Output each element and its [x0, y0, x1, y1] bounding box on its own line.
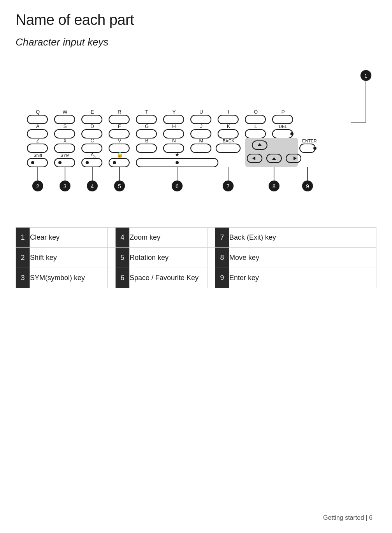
table-row: 1 Clear key 4 Zoom key 7 Back (Exit) key	[16, 228, 376, 248]
svg-rect-54	[136, 144, 156, 153]
svg-text:Q: Q	[36, 109, 40, 115]
svg-text:ENTER: ENTER	[302, 139, 316, 143]
svg-text:6: 6	[176, 183, 179, 189]
key-label-2: Shift key	[30, 248, 108, 268]
key-label-6: Space / Favourite Key	[130, 268, 207, 288]
key-table: 1 Clear key 4 Zoom key 7 Back (Exit) key…	[16, 227, 376, 288]
svg-rect-31	[109, 130, 129, 138]
svg-rect-56	[163, 144, 184, 153]
svg-rect-37	[191, 130, 211, 138]
svg-text:H: H	[172, 123, 176, 129]
svg-rect-78	[109, 158, 129, 167]
svg-rect-11	[109, 115, 129, 124]
svg-rect-17	[191, 115, 211, 124]
svg-rect-41	[245, 130, 265, 138]
svg-text:V: V	[118, 138, 121, 144]
svg-rect-33	[136, 130, 156, 138]
svg-rect-43	[272, 130, 293, 138]
svg-text:9: 9	[306, 183, 309, 189]
svg-rect-71	[54, 158, 75, 167]
svg-rect-65	[300, 144, 315, 153]
svg-point-79	[113, 161, 116, 164]
svg-rect-13	[136, 115, 156, 124]
key-num-3: 3	[16, 268, 30, 288]
svg-text:A: A	[36, 123, 40, 129]
svg-text:J: J	[200, 123, 203, 129]
svg-text:E: E	[91, 109, 94, 115]
key-num-7: 7	[215, 228, 229, 248]
svg-text:S: S	[63, 123, 67, 129]
svg-rect-60	[216, 144, 240, 153]
svg-rect-25	[27, 130, 47, 138]
svg-text:Y: Y	[172, 109, 176, 115]
key-table-area: 1 Clear key 4 Zoom key 7 Back (Exit) key…	[16, 227, 376, 288]
svg-rect-58	[191, 144, 211, 153]
key-num-5: 5	[116, 248, 130, 268]
table-row: 2 Shift key 5 Rotation key 8 Move key	[16, 248, 376, 268]
svg-rect-29	[82, 130, 102, 138]
svg-text:Shift: Shift	[33, 153, 42, 158]
svg-text:SYM: SYM	[60, 153, 70, 158]
svg-point-76	[86, 161, 89, 164]
svg-text:A: A	[93, 155, 96, 158]
svg-text:U: U	[199, 109, 203, 115]
key-label-4: Zoom key	[130, 228, 207, 248]
svg-text:O: O	[254, 109, 258, 115]
svg-text:W: W	[63, 109, 68, 115]
svg-rect-50	[82, 144, 102, 153]
key-label-7: Back (Exit) key	[229, 228, 376, 248]
svg-text:T: T	[145, 109, 148, 115]
svg-text:G: G	[145, 123, 149, 129]
key-num-2: 2	[16, 248, 30, 268]
table-row: 3 SYM(symbol) key 6 Space / Favourite Ke…	[16, 268, 376, 288]
key-label-3: SYM(symbol) key	[30, 268, 108, 288]
svg-text:X: X	[63, 138, 67, 144]
key-num-8: 8	[215, 248, 229, 268]
svg-text:7: 7	[227, 183, 230, 189]
svg-rect-35	[163, 130, 184, 138]
svg-text:5: 5	[118, 183, 121, 189]
svg-text:★: ★	[175, 151, 180, 158]
key-label-9: Enter key	[229, 268, 376, 288]
svg-rect-46	[27, 144, 47, 153]
key-label-8: Move key	[229, 248, 376, 268]
svg-text:I: I	[228, 109, 229, 115]
svg-point-66	[313, 147, 316, 150]
svg-text:M: M	[199, 138, 204, 144]
key-num-9: 9	[215, 268, 229, 288]
svg-rect-75	[82, 158, 102, 167]
svg-rect-7	[54, 115, 75, 124]
svg-text:K: K	[227, 123, 230, 129]
key-num-6: 6	[116, 268, 130, 288]
svg-text:N: N	[172, 138, 176, 144]
svg-text:DEL: DEL	[279, 124, 287, 129]
svg-text:C: C	[90, 138, 94, 144]
svg-text:Z: Z	[36, 138, 39, 144]
svg-rect-15	[163, 115, 184, 124]
svg-text:BACK: BACK	[223, 139, 235, 143]
svg-text:P: P	[281, 109, 285, 115]
svg-point-82	[176, 161, 179, 164]
svg-text:1: 1	[364, 73, 367, 79]
svg-rect-5	[27, 115, 47, 124]
svg-text:R: R	[118, 109, 121, 115]
svg-rect-9	[82, 115, 102, 124]
key-num-4: 4	[116, 228, 130, 248]
svg-rect-23	[272, 115, 293, 124]
svg-rect-48	[54, 144, 75, 153]
svg-text:4: 4	[91, 183, 94, 189]
svg-text:F: F	[118, 123, 121, 129]
keyboard-diagram: 1 Q W E R T Y U I O P A	[0, 56, 392, 219]
svg-rect-21	[245, 115, 265, 124]
svg-text:B: B	[145, 138, 149, 144]
svg-point-72	[58, 161, 62, 164]
page-title: Name of each part	[0, 0, 392, 32]
svg-text:3: 3	[63, 183, 67, 189]
svg-rect-19	[218, 115, 238, 124]
footer: Getting started | 6	[323, 514, 373, 521]
svg-text:2: 2	[36, 183, 39, 189]
svg-rect-68	[27, 158, 47, 167]
svg-text:🔒: 🔒	[116, 151, 123, 158]
svg-point-69	[31, 161, 34, 164]
svg-text:D: D	[90, 123, 94, 129]
